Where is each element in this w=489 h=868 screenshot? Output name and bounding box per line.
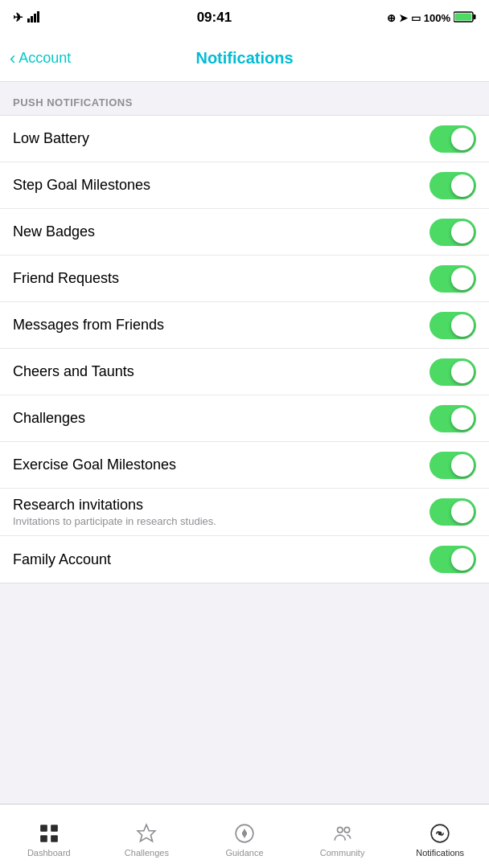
toggle-knob-research-invitations (451, 501, 474, 523)
direction-icon: ➤ (399, 12, 408, 24)
settings-row-research-invitations: Research invitationsInvitations to parti… (0, 489, 489, 536)
toggle-knob-exercise-goal (451, 454, 474, 477)
toggle-cheers-taunts[interactable] (429, 358, 476, 386)
toggle-knob-new-badges (451, 221, 474, 244)
back-label: Account (18, 50, 71, 67)
notifications-icon (429, 822, 451, 845)
tab-guidance-label: Guidance (225, 848, 263, 858)
toggle-research-invitations[interactable] (429, 498, 476, 526)
svg-rect-8 (51, 825, 58, 832)
toggle-knob-step-goal (451, 174, 474, 197)
row-label-friend-requests: Friend Requests (13, 270, 429, 287)
row-label-messages-friends: Messages from Friends (13, 317, 429, 334)
guidance-icon (233, 822, 256, 845)
svg-point-15 (344, 827, 350, 833)
toggle-knob-messages-friends (451, 314, 474, 337)
dashboard-icon (38, 822, 60, 845)
row-label-research-invitations: Research invitations (13, 497, 429, 514)
toggle-step-goal[interactable] (429, 172, 476, 199)
settings-row-family-account: Family Account (0, 536, 489, 583)
section-header: PUSH NOTIFICATIONS (0, 82, 489, 115)
settings-row-cheers-taunts: Cheers and Taunts (0, 349, 489, 395)
row-label-exercise-goal: Exercise Goal Milestones (13, 457, 429, 473)
svg-rect-6 (454, 13, 471, 20)
settings-row-new-badges: New Badges (0, 209, 489, 256)
svg-rect-10 (51, 835, 58, 842)
toggle-low-battery[interactable] (429, 125, 476, 153)
settings-row-step-goal: Step Goal Milestones (0, 162, 489, 209)
toggle-messages-friends[interactable] (429, 312, 476, 339)
svg-point-13 (243, 831, 246, 834)
settings-list: Low BatteryStep Goal MilestonesNew Badge… (0, 115, 489, 583)
toggle-knob-challenges (451, 407, 474, 430)
svg-rect-2 (34, 14, 36, 23)
tab-dashboard[interactable]: Dashboard (0, 816, 98, 858)
svg-point-14 (337, 827, 343, 833)
tab-notifications-label: Notifications (416, 848, 464, 858)
toggle-friend-requests[interactable] (429, 265, 476, 293)
row-label-cheers-taunts: Cheers and Taunts (13, 363, 429, 380)
toggle-family-account[interactable] (429, 546, 476, 573)
svg-rect-5 (473, 14, 475, 19)
svg-rect-7 (40, 825, 47, 832)
toggle-new-badges[interactable] (429, 219, 476, 246)
signal-bars (27, 11, 42, 25)
tab-notifications[interactable]: Notifications (391, 816, 489, 858)
toggle-challenges[interactable] (429, 405, 476, 432)
airplane-icon: ✈ (13, 10, 23, 25)
row-label-challenges: Challenges (13, 410, 429, 427)
svg-rect-1 (31, 16, 33, 23)
page-title: Notifications (195, 49, 293, 68)
tab-challenges-label: Challenges (125, 848, 169, 858)
svg-point-17 (439, 832, 442, 834)
main-content: PUSH NOTIFICATIONS Low BatteryStep Goal … (0, 82, 489, 648)
svg-rect-9 (40, 835, 47, 842)
battery-icon (454, 11, 476, 25)
status-left: ✈ (13, 10, 42, 25)
row-sublabel-research-invitations: Invitations to participate in research s… (13, 515, 429, 527)
nav-bar: ‹ Account Notifications (0, 35, 489, 82)
tab-dashboard-label: Dashboard (27, 848, 71, 858)
tab-guidance[interactable]: Guidance (195, 816, 294, 858)
toggle-knob-family-account (451, 548, 474, 571)
tab-bar: Dashboard Challenges Guidance (0, 804, 489, 868)
settings-row-challenges: Challenges (0, 395, 489, 442)
settings-row-friend-requests: Friend Requests (0, 256, 489, 302)
status-bar: ✈ 09:41 ⊕ ➤ ▭ 100% (0, 0, 489, 35)
row-label-new-badges: New Badges (13, 223, 429, 240)
toggle-knob-cheers-taunts (451, 361, 474, 383)
settings-row-low-battery: Low Battery (0, 116, 489, 162)
toggle-exercise-goal[interactable] (429, 452, 476, 479)
toggle-knob-friend-requests (451, 268, 474, 290)
battery-percent: 100% (424, 12, 450, 24)
tab-challenges[interactable]: Challenges (98, 816, 196, 858)
tab-community[interactable]: Community (294, 816, 392, 858)
location-icon: ⊕ (387, 12, 396, 24)
screen-icon: ▭ (411, 12, 421, 24)
settings-row-exercise-goal: Exercise Goal Milestones (0, 442, 489, 489)
svg-rect-3 (37, 11, 39, 23)
challenges-icon (135, 822, 158, 845)
row-label-low-battery: Low Battery (13, 130, 429, 147)
toggle-knob-low-battery (451, 128, 474, 150)
status-right: ⊕ ➤ ▭ 100% (387, 11, 476, 25)
back-button[interactable]: ‹ Account (10, 50, 71, 68)
settings-row-messages-friends: Messages from Friends (0, 302, 489, 349)
back-chevron-icon: ‹ (10, 50, 15, 68)
community-icon (331, 822, 354, 845)
svg-rect-0 (27, 18, 30, 23)
status-time: 09:41 (197, 10, 232, 26)
row-label-step-goal: Step Goal Milestones (13, 177, 429, 194)
tab-community-label: Community (320, 848, 365, 858)
row-label-family-account: Family Account (13, 551, 429, 568)
svg-marker-11 (138, 825, 156, 841)
